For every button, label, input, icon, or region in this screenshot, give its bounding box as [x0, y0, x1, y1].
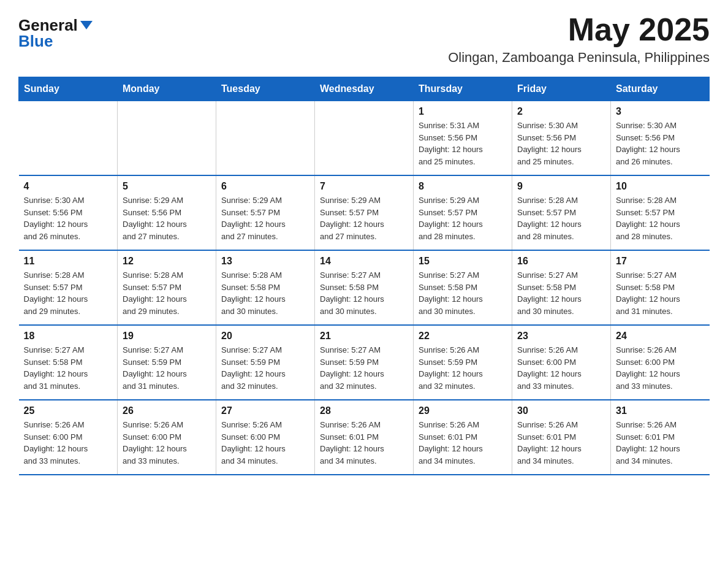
- day-number: 12: [123, 256, 211, 267]
- calendar-cell: 5Sunrise: 5:29 AM Sunset: 5:56 PM Daylig…: [118, 175, 216, 250]
- day-number: 8: [419, 181, 507, 192]
- calendar-cell: 23Sunrise: 5:26 AM Sunset: 6:00 PM Dayli…: [512, 325, 611, 400]
- logo: General Blue: [18, 12, 93, 49]
- calendar-cell: [118, 101, 216, 176]
- day-info: Sunrise: 5:29 AM Sunset: 5:57 PM Dayligh…: [221, 194, 309, 242]
- title-area: May 2025 Olingan, Zamboanga Peninsula, P…: [448, 12, 710, 66]
- logo-triangle-icon: [80, 21, 93, 29]
- calendar-cell: 21Sunrise: 5:27 AM Sunset: 5:59 PM Dayli…: [315, 325, 414, 400]
- day-info: Sunrise: 5:28 AM Sunset: 5:57 PM Dayligh…: [517, 194, 605, 242]
- calendar-cell: 3Sunrise: 5:30 AM Sunset: 5:56 PM Daylig…: [611, 101, 710, 176]
- day-info: Sunrise: 5:29 AM Sunset: 5:57 PM Dayligh…: [419, 194, 507, 242]
- day-number: 24: [616, 331, 705, 342]
- calendar-cell: 24Sunrise: 5:26 AM Sunset: 6:00 PM Dayli…: [611, 325, 710, 400]
- day-number: 5: [123, 181, 211, 192]
- calendar-cell: 29Sunrise: 5:26 AM Sunset: 6:01 PM Dayli…: [414, 400, 512, 475]
- week-row-1: 1Sunrise: 5:31 AM Sunset: 5:56 PM Daylig…: [19, 101, 710, 176]
- day-info: Sunrise: 5:26 AM Sunset: 6:01 PM Dayligh…: [419, 419, 507, 467]
- calendar-cell: 17Sunrise: 5:27 AM Sunset: 5:58 PM Dayli…: [611, 250, 710, 325]
- calendar-cell: 25Sunrise: 5:26 AM Sunset: 6:00 PM Dayli…: [19, 400, 118, 475]
- day-number: 18: [24, 331, 113, 342]
- calendar-cell: 13Sunrise: 5:28 AM Sunset: 5:58 PM Dayli…: [216, 250, 315, 325]
- day-info: Sunrise: 5:26 AM Sunset: 6:00 PM Dayligh…: [24, 419, 113, 467]
- day-info: Sunrise: 5:26 AM Sunset: 6:01 PM Dayligh…: [517, 419, 605, 467]
- day-number: 30: [517, 405, 605, 416]
- day-number: 17: [616, 256, 705, 267]
- day-number: 2: [517, 106, 605, 117]
- calendar-cell: 10Sunrise: 5:28 AM Sunset: 5:57 PM Dayli…: [611, 175, 710, 250]
- calendar-cell: 2Sunrise: 5:30 AM Sunset: 5:56 PM Daylig…: [512, 101, 611, 176]
- calendar-cell: 30Sunrise: 5:26 AM Sunset: 6:01 PM Dayli…: [512, 400, 611, 475]
- day-info: Sunrise: 5:26 AM Sunset: 6:01 PM Dayligh…: [616, 419, 705, 467]
- logo-blue-text: Blue: [18, 33, 53, 49]
- day-info: Sunrise: 5:26 AM Sunset: 5:59 PM Dayligh…: [419, 344, 507, 392]
- calendar-cell: 27Sunrise: 5:26 AM Sunset: 6:00 PM Dayli…: [216, 400, 315, 475]
- day-number: 23: [517, 331, 605, 342]
- day-number: 3: [616, 106, 705, 117]
- calendar-cell: 19Sunrise: 5:27 AM Sunset: 5:59 PM Dayli…: [118, 325, 216, 400]
- location-subtitle: Olingan, Zamboanga Peninsula, Philippine…: [448, 50, 710, 66]
- day-info: Sunrise: 5:27 AM Sunset: 5:59 PM Dayligh…: [320, 344, 408, 392]
- day-number: 28: [320, 405, 408, 416]
- day-info: Sunrise: 5:27 AM Sunset: 5:59 PM Dayligh…: [221, 344, 309, 392]
- weekday-header-friday: Friday: [512, 77, 611, 101]
- day-number: 11: [24, 256, 113, 267]
- calendar-cell: 18Sunrise: 5:27 AM Sunset: 5:58 PM Dayli…: [19, 325, 118, 400]
- day-number: 4: [24, 181, 113, 192]
- day-number: 20: [221, 331, 309, 342]
- day-info: Sunrise: 5:30 AM Sunset: 5:56 PM Dayligh…: [24, 194, 113, 242]
- day-info: Sunrise: 5:26 AM Sunset: 6:01 PM Dayligh…: [320, 419, 408, 467]
- header: General Blue May 2025 Olingan, Zamboanga…: [18, 12, 710, 66]
- day-number: 10: [616, 181, 705, 192]
- day-info: Sunrise: 5:29 AM Sunset: 5:57 PM Dayligh…: [320, 194, 408, 242]
- day-number: 16: [517, 256, 605, 267]
- day-number: 27: [221, 405, 309, 416]
- day-number: 31: [616, 405, 705, 416]
- day-info: Sunrise: 5:27 AM Sunset: 5:58 PM Dayligh…: [616, 269, 705, 317]
- day-number: 9: [517, 181, 605, 192]
- day-info: Sunrise: 5:30 AM Sunset: 5:56 PM Dayligh…: [616, 120, 705, 167]
- weekday-header-sunday: Sunday: [19, 77, 118, 101]
- week-row-5: 25Sunrise: 5:26 AM Sunset: 6:00 PM Dayli…: [19, 400, 710, 475]
- day-number: 7: [320, 181, 408, 192]
- weekday-header-monday: Monday: [118, 77, 216, 101]
- day-info: Sunrise: 5:26 AM Sunset: 6:00 PM Dayligh…: [517, 344, 605, 392]
- calendar-cell: [19, 101, 118, 176]
- day-number: 26: [123, 405, 211, 416]
- calendar-cell: 6Sunrise: 5:29 AM Sunset: 5:57 PM Daylig…: [216, 175, 315, 250]
- calendar-cell: 1Sunrise: 5:31 AM Sunset: 5:56 PM Daylig…: [414, 101, 512, 176]
- calendar-cell: 15Sunrise: 5:27 AM Sunset: 5:58 PM Dayli…: [414, 250, 512, 325]
- day-number: 6: [221, 181, 309, 192]
- calendar-cell: 8Sunrise: 5:29 AM Sunset: 5:57 PM Daylig…: [414, 175, 512, 250]
- calendar-cell: 14Sunrise: 5:27 AM Sunset: 5:58 PM Dayli…: [315, 250, 414, 325]
- day-info: Sunrise: 5:27 AM Sunset: 5:58 PM Dayligh…: [24, 344, 113, 392]
- weekday-header-saturday: Saturday: [611, 77, 710, 101]
- day-info: Sunrise: 5:30 AM Sunset: 5:56 PM Dayligh…: [517, 120, 605, 167]
- calendar-cell: [315, 101, 414, 176]
- calendar-cell: 22Sunrise: 5:26 AM Sunset: 5:59 PM Dayli…: [414, 325, 512, 400]
- day-number: 29: [419, 405, 507, 416]
- day-info: Sunrise: 5:28 AM Sunset: 5:57 PM Dayligh…: [24, 269, 113, 317]
- day-info: Sunrise: 5:27 AM Sunset: 5:58 PM Dayligh…: [517, 269, 605, 317]
- day-info: Sunrise: 5:26 AM Sunset: 6:00 PM Dayligh…: [221, 419, 309, 467]
- week-row-3: 11Sunrise: 5:28 AM Sunset: 5:57 PM Dayli…: [19, 250, 710, 325]
- calendar-cell: 28Sunrise: 5:26 AM Sunset: 6:01 PM Dayli…: [315, 400, 414, 475]
- calendar-cell: 20Sunrise: 5:27 AM Sunset: 5:59 PM Dayli…: [216, 325, 315, 400]
- weekday-header-thursday: Thursday: [414, 77, 512, 101]
- day-number: 14: [320, 256, 408, 267]
- day-info: Sunrise: 5:28 AM Sunset: 5:58 PM Dayligh…: [221, 269, 309, 317]
- weekday-header-tuesday: Tuesday: [216, 77, 315, 101]
- day-info: Sunrise: 5:29 AM Sunset: 5:56 PM Dayligh…: [123, 194, 211, 242]
- weekday-header-row: SundayMondayTuesdayWednesdayThursdayFrid…: [19, 77, 710, 101]
- calendar-cell: 9Sunrise: 5:28 AM Sunset: 5:57 PM Daylig…: [512, 175, 611, 250]
- day-number: 15: [419, 256, 507, 267]
- day-info: Sunrise: 5:28 AM Sunset: 5:57 PM Dayligh…: [123, 269, 211, 317]
- day-number: 19: [123, 331, 211, 342]
- day-info: Sunrise: 5:31 AM Sunset: 5:56 PM Dayligh…: [419, 120, 507, 167]
- calendar-cell: 26Sunrise: 5:26 AM Sunset: 6:00 PM Dayli…: [118, 400, 216, 475]
- day-info: Sunrise: 5:28 AM Sunset: 5:57 PM Dayligh…: [616, 194, 705, 242]
- day-number: 21: [320, 331, 408, 342]
- week-row-4: 18Sunrise: 5:27 AM Sunset: 5:58 PM Dayli…: [19, 325, 710, 400]
- calendar-cell: 11Sunrise: 5:28 AM Sunset: 5:57 PM Dayli…: [19, 250, 118, 325]
- calendar-cell: 4Sunrise: 5:30 AM Sunset: 5:56 PM Daylig…: [19, 175, 118, 250]
